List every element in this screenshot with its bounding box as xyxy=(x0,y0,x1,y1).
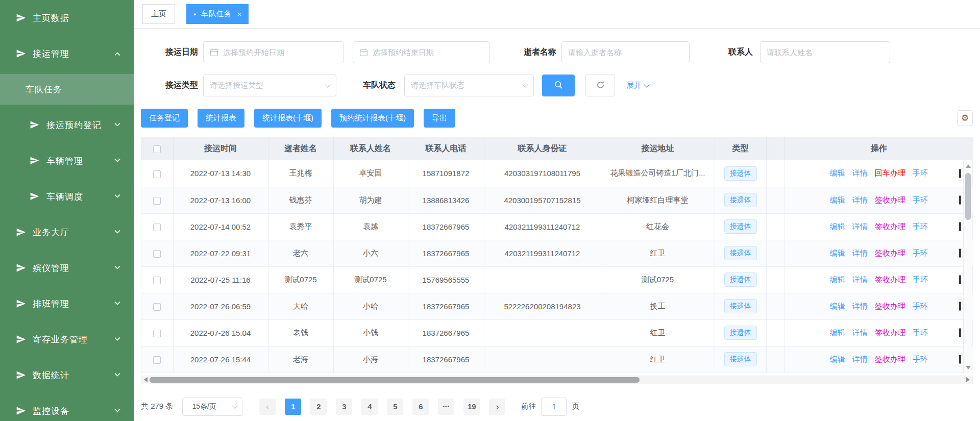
wristband-link[interactable]: 手环 xyxy=(913,275,928,284)
wristband-link[interactable]: 手环 xyxy=(913,355,928,363)
select-all-checkbox[interactable] xyxy=(153,145,161,153)
sidebar-item-storage-business[interactable]: 寄存业务管理 xyxy=(0,321,134,357)
wristband-link[interactable]: 手环 xyxy=(913,222,928,231)
horizontal-scroll-thumb[interactable] xyxy=(150,377,640,383)
sidebar-item-transport-reservation[interactable]: 接运预约登记 xyxy=(0,107,134,143)
sidebar-item-funeral-management[interactable]: 殡仪管理 xyxy=(0,250,134,286)
sign-off-link[interactable]: 签收办理 xyxy=(875,355,905,363)
edit-link[interactable]: 编辑 xyxy=(830,355,845,363)
page-size-select[interactable]: 15条/页 xyxy=(182,398,242,416)
detail-link[interactable]: 详情 xyxy=(852,249,868,257)
row-checkbox[interactable] xyxy=(153,303,161,311)
wristband-link[interactable]: 手环 xyxy=(913,168,928,177)
stats-report-button[interactable]: 统计报表 xyxy=(198,109,244,128)
row-checkbox[interactable] xyxy=(153,197,161,205)
vertical-scroll-thumb[interactable] xyxy=(965,173,971,220)
edit-link[interactable]: 编辑 xyxy=(830,168,845,177)
next-page-button[interactable]: › xyxy=(489,399,505,415)
more-pages-ellipsis[interactable]: ••• xyxy=(438,399,454,415)
edit-link[interactable]: 编辑 xyxy=(830,195,845,204)
detail-link[interactable]: 详情 xyxy=(852,195,868,204)
wristband-link[interactable]: 手环 xyxy=(913,249,928,257)
expand-link[interactable]: 展开 xyxy=(626,81,649,90)
page-button-1[interactable]: 1 xyxy=(285,399,301,415)
edit-link[interactable]: 编辑 xyxy=(830,222,845,231)
date-end-field[interactable] xyxy=(353,41,490,63)
cell-deceased: 测试0725 xyxy=(268,266,333,293)
table-row: 2022-07-25 11:16 测试0725 测试0725 157695655… xyxy=(141,266,973,293)
sign-off-link[interactable]: 签收办理 xyxy=(875,222,905,231)
date-end-input[interactable] xyxy=(373,48,483,57)
page-content: 接运日期 逝者名称 联系人 接运 xyxy=(134,29,980,416)
reservation-stats-report-shiyan-button[interactable]: 预约统计报表(十堰) xyxy=(331,109,414,128)
horizontal-scrollbar[interactable] xyxy=(141,376,973,384)
fleet-status-select[interactable]: 请选择车队状态 xyxy=(404,75,534,96)
tab-fleet-task[interactable]: ● 车队任务 × xyxy=(186,4,249,24)
deceased-name-field[interactable] xyxy=(561,41,690,63)
sign-off-link[interactable]: 签收办理 xyxy=(875,275,905,284)
detail-link[interactable]: 详情 xyxy=(852,302,868,310)
sidebar-item-home-data[interactable]: 主页数据 xyxy=(0,0,134,36)
sidebar-item-vehicle-management[interactable]: 车辆管理 xyxy=(0,143,134,179)
contact-field[interactable] xyxy=(760,41,890,63)
page-button-4[interactable]: 4 xyxy=(361,399,378,415)
task-register-button[interactable]: 任务登记 xyxy=(141,109,188,128)
transport-type-select[interactable]: 请选择接运类型 xyxy=(203,75,336,96)
detail-link[interactable]: 详情 xyxy=(852,168,868,177)
edit-link[interactable]: 编辑 xyxy=(830,275,845,284)
close-icon[interactable]: × xyxy=(237,10,241,18)
refresh-button[interactable] xyxy=(585,75,615,96)
detail-link[interactable]: 详情 xyxy=(852,222,868,231)
page-button-6[interactable]: 6 xyxy=(412,399,429,415)
row-checkbox[interactable] xyxy=(153,224,161,231)
detail-link[interactable]: 详情 xyxy=(852,355,868,363)
sidebar-item-data-statistics[interactable]: 数据统计 xyxy=(0,357,134,393)
sidebar-item-transport-management[interactable]: 接运管理 xyxy=(0,36,134,71)
sidebar-item-vehicle-dispatch[interactable]: 车辆调度 xyxy=(0,179,134,214)
sidebar-item-monitoring-devices[interactable]: 监控设备 xyxy=(0,393,134,421)
contact-input[interactable] xyxy=(767,48,884,57)
page-button-2[interactable]: 2 xyxy=(310,399,327,415)
vertical-scrollbar[interactable] xyxy=(963,161,972,373)
edit-link[interactable]: 编辑 xyxy=(830,249,845,257)
sidebar-item-business-hall[interactable]: 业务大厅 xyxy=(0,214,134,250)
type-badge: 接遗体 xyxy=(724,193,757,207)
prev-page-button[interactable]: ‹ xyxy=(259,399,276,415)
sign-off-link[interactable]: 签收办理 xyxy=(875,302,905,310)
scroll-down-arrow-icon[interactable] xyxy=(964,364,972,372)
row-checkbox[interactable] xyxy=(153,330,161,337)
wristband-link[interactable]: 手环 xyxy=(913,302,928,310)
scroll-up-arrow-icon[interactable] xyxy=(964,162,972,170)
page-button-5[interactable]: 5 xyxy=(387,399,403,415)
row-checkbox[interactable] xyxy=(153,356,161,364)
sign-off-link[interactable]: 签收办理 xyxy=(875,249,905,257)
date-start-input[interactable] xyxy=(223,48,337,57)
export-button[interactable]: 导出 xyxy=(424,109,455,128)
detail-link[interactable]: 详情 xyxy=(852,275,868,284)
scroll-left-arrow-icon[interactable] xyxy=(141,376,150,384)
deceased-name-input[interactable] xyxy=(568,48,683,57)
row-checkbox[interactable] xyxy=(153,170,161,178)
edit-link[interactable]: 编辑 xyxy=(830,302,845,310)
page-button-19[interactable]: 19 xyxy=(463,399,480,415)
page-button-3[interactable]: 3 xyxy=(336,399,352,415)
scroll-right-arrow-icon[interactable] xyxy=(964,376,972,384)
sidebar-item-scheduling[interactable]: 排班管理 xyxy=(0,286,134,321)
row-checkbox[interactable] xyxy=(153,277,161,284)
tab-home[interactable]: 主页 xyxy=(142,4,175,24)
column-settings-button[interactable]: ⚙ xyxy=(957,110,973,126)
wristband-link[interactable]: 手环 xyxy=(913,328,928,337)
edit-link[interactable]: 编辑 xyxy=(830,328,845,337)
search-button[interactable] xyxy=(542,75,575,96)
stats-report-shiyan-button[interactable]: 统计报表(十堰) xyxy=(254,109,322,128)
wristband-link[interactable]: 手环 xyxy=(913,195,928,204)
clipped-column-text xyxy=(959,276,961,284)
return-vehicle-link[interactable]: 回车办理 xyxy=(875,168,905,177)
row-checkbox[interactable] xyxy=(153,250,161,258)
date-start-field[interactable] xyxy=(203,41,344,63)
goto-page-input[interactable] xyxy=(541,398,567,416)
sign-off-link[interactable]: 签收办理 xyxy=(875,328,905,337)
detail-link[interactable]: 详情 xyxy=(852,328,868,337)
sign-off-link[interactable]: 签收办理 xyxy=(875,195,905,204)
sidebar-item-fleet-task[interactable]: 车队任务 xyxy=(0,71,134,107)
